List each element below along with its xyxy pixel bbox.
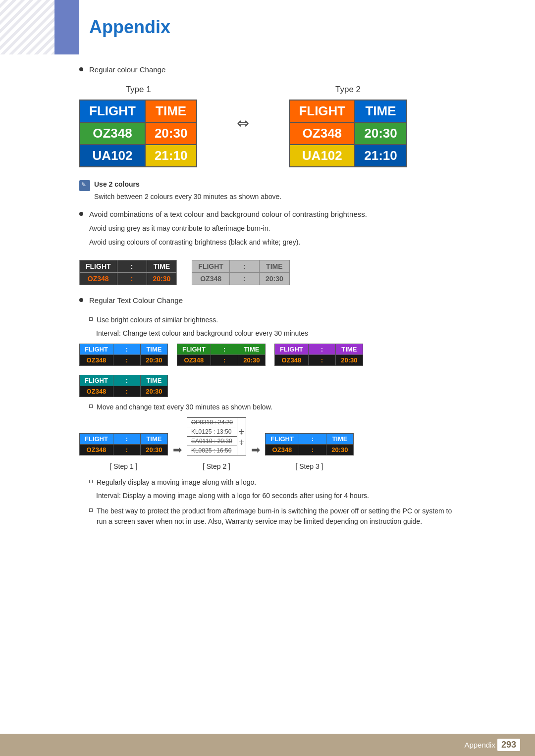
ct2-colon: : <box>229 260 259 272</box>
step-2-block: OP0310 : 24:20 ↓ ↓ KL0125 : 13:50 EA0110… <box>187 417 246 470</box>
mt3-oz348: OZ348 <box>274 355 308 366</box>
table-row: OZ348 20:30 <box>289 122 406 145</box>
flight-header-1: FLIGHT <box>80 100 145 122</box>
mt2-2030: 20:30 <box>238 355 265 366</box>
type-2-table: FLIGHT TIME OZ348 20:30 UA102 21:10 <box>289 100 407 167</box>
blue-bar <box>54 0 79 54</box>
s3-2030: 20:30 <box>326 445 353 455</box>
table-row: FLIGHT : TIME <box>266 434 354 445</box>
table-row: OZ348 : 20:30 <box>192 272 289 285</box>
bullet-dot-3 <box>79 298 83 302</box>
type-1-block: Type 1 FLIGHT TIME OZ348 20:30 UA102 21:… <box>79 85 197 167</box>
contrast-table-1: FLIGHT : TIME OZ348 : 20:30 <box>79 260 177 285</box>
s1-2030: 20:30 <box>140 445 167 455</box>
s1-flight: FLIGHT <box>80 434 113 445</box>
mini-table-3: FLIGHT : TIME OZ348 : 20:30 <box>274 344 363 366</box>
bullet-1: Regular colour Change <box>79 64 456 76</box>
ct2-oz348: OZ348 <box>192 272 230 285</box>
note-text: Switch between 2 colours every 30 minute… <box>94 192 281 202</box>
ua102-2: UA102 <box>289 145 355 167</box>
table-row: OZ348 : 20:30 <box>80 355 168 366</box>
table-row: OP0310 : 24:20 ↓ ↓ <box>187 418 246 427</box>
mt1-oz348: OZ348 <box>80 355 113 366</box>
s3-colon2: : <box>299 445 326 455</box>
mt4-colon2: : <box>113 386 140 397</box>
mt1-colon2: : <box>113 355 140 366</box>
mt2-flight: FLIGHT <box>177 344 211 355</box>
mt1-flight: FLIGHT <box>80 344 113 355</box>
contrast-section: FLIGHT : TIME OZ348 : 20:30 FLIGHT : TIM… <box>79 260 456 285</box>
ct1-colon2: : <box>117 272 147 285</box>
s2-line2: KL0125 : 13:50 <box>187 427 237 437</box>
table-row: UA102 21:10 <box>289 145 406 167</box>
mt3-colon2: : <box>308 355 335 366</box>
sub-4-text: The best way to protect the product from… <box>97 506 456 527</box>
contrast-table-2: FLIGHT : TIME OZ348 : 20:30 <box>192 260 289 285</box>
mt4-oz348: OZ348 <box>80 386 113 397</box>
mt3-colon: : <box>308 344 335 355</box>
para-1: Avoid using grey as it may contribute to… <box>89 223 367 234</box>
2110-1: 21:10 <box>145 145 197 167</box>
sub-bullet-2: Move and change text every 30 minutes as… <box>89 402 456 412</box>
bullet-3: Regular Text Colour Change <box>79 295 456 306</box>
ct1-2030: 20:30 <box>147 272 177 285</box>
note-label: Use 2 colours <box>94 179 281 190</box>
table-row: OZ348 : 20:30 <box>80 386 168 397</box>
table-row: FLIGHT : TIME <box>177 344 265 355</box>
ct2-time: TIME <box>259 260 289 272</box>
footer-label: Appendix <box>464 741 495 749</box>
bullet-dot-2 <box>79 212 83 216</box>
step-2-label: [ Step 2 ] <box>203 462 230 470</box>
flight-header-2: FLIGHT <box>289 100 355 122</box>
ct2-2030: 20:30 <box>259 272 289 285</box>
mt1-time: TIME <box>140 344 167 355</box>
page-footer: Appendix 293 <box>0 734 535 756</box>
table-row: FLIGHT TIME <box>289 100 406 122</box>
mini-table-1: FLIGHT : TIME OZ348 : 20:30 <box>79 344 168 366</box>
types-section: Type 1 FLIGHT TIME OZ348 20:30 UA102 21:… <box>79 85 456 167</box>
interval-2-text: Interval: Display a moving image along w… <box>96 491 456 501</box>
time-header-1: TIME <box>145 100 197 122</box>
ct1-oz348: OZ348 <box>80 272 117 285</box>
bullet-2: Avoid combinations of a text colour and … <box>79 209 456 251</box>
sub-bullet-3: Regularly display a moving image along w… <box>89 477 456 488</box>
2030-2: 20:30 <box>355 122 407 145</box>
ua102-1: UA102 <box>80 145 145 167</box>
bullet-2-text: Avoid combinations of a text colour and … <box>89 209 367 220</box>
s3-flight: FLIGHT <box>266 434 299 445</box>
step3-table: FLIGHT : TIME OZ348 : 20:30 <box>265 433 354 455</box>
s1-colon: : <box>113 434 140 445</box>
table-row: FLIGHT : TIME <box>80 344 168 355</box>
sub-1-text: Use bright colours of similar brightness… <box>97 315 218 325</box>
s1-time: TIME <box>140 434 167 445</box>
mt4-time: TIME <box>140 375 167 386</box>
sub-square-2 <box>89 404 93 408</box>
table-row: UA102 21:10 <box>80 145 197 167</box>
mt4-flight: FLIGHT <box>80 375 113 386</box>
bullet-1-text: Regular colour Change <box>89 64 165 76</box>
oz348-2: OZ348 <box>289 122 355 145</box>
sub-bullet-1: Use bright colours of similar brightness… <box>89 315 456 325</box>
step-3-label: [ Step 3 ] <box>295 462 323 470</box>
para-2: Avoid using colours of contrasting brigh… <box>89 237 367 248</box>
mini-table-2: FLIGHT : TIME OZ348 : 20:30 <box>177 344 266 366</box>
table-row: FLIGHT : TIME <box>80 375 168 386</box>
s2-line3: EA0110 : 20:30 <box>187 437 237 446</box>
table-row: FLIGHT TIME <box>80 100 197 122</box>
main-content: Regular colour Change Type 1 FLIGHT TIME… <box>0 54 535 550</box>
mt4-2030: 20:30 <box>140 386 167 397</box>
type-1-label: Type 1 <box>126 85 151 95</box>
table-row: OZ348 : 20:30 <box>177 355 265 366</box>
table-row: OZ348 : 20:30 <box>266 445 354 455</box>
step-1-label: [ Step 1 ] <box>109 462 137 470</box>
page-title: Appendix <box>89 17 170 38</box>
s3-colon: : <box>299 434 326 445</box>
s2-arrows: ↓ ↓ <box>237 418 246 455</box>
four-tables-row: FLIGHT : TIME OZ348 : 20:30 FLIGHT : TIM… <box>79 344 456 397</box>
s1-colon2: : <box>113 445 140 455</box>
sub-2-text: Move and change text every 30 minutes as… <box>97 402 272 412</box>
ct2-colon2: : <box>229 272 259 285</box>
note-content: Use 2 colours Switch between 2 colours e… <box>94 179 281 202</box>
type-2-label: Type 2 <box>335 85 361 95</box>
mt3-time: TIME <box>335 344 363 355</box>
